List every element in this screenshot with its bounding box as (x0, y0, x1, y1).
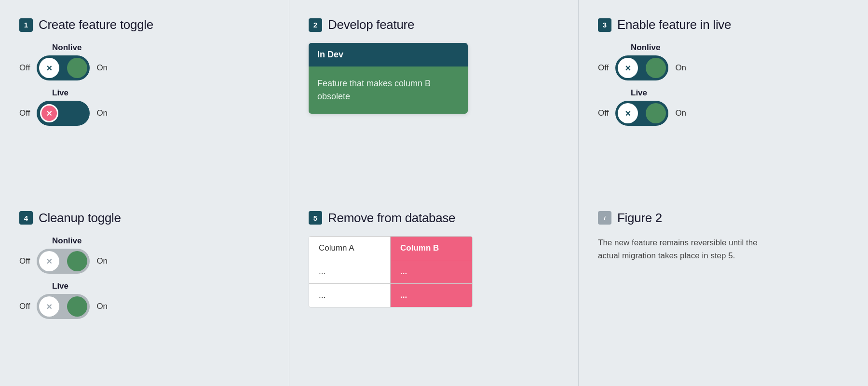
toggle-row-1-1: Off×On (19, 101, 108, 126)
cell-4: 4Cleanup toggleNonliveOff×OnLiveOff×On (0, 193, 289, 386)
toggle-row-4-0: Off×On (19, 249, 108, 274)
on-label: On (96, 302, 108, 311)
toggle-row-3-1: Off×On (598, 101, 686, 126)
x-icon: × (40, 104, 58, 122)
step-badge-3: 3 (598, 18, 611, 32)
cell-3: 3Enable feature in liveNonliveOff×OnLive… (579, 0, 868, 193)
db-data-cell-0-1: ... (391, 260, 472, 283)
x-icon: × (47, 256, 53, 266)
switch-thumb-left-4-0: × (39, 251, 59, 271)
off-label: Off (19, 108, 30, 118)
db-header-cell-1: Column B (391, 237, 472, 260)
switch-thumb-left-3-0: × (618, 58, 638, 78)
db-data-cell-0-0: ... (309, 260, 391, 283)
cell-title-3: Enable feature in live (617, 17, 731, 32)
cell-5: 5Remove from databaseColumn AColumn B...… (289, 193, 579, 386)
cell-2: 2Develop featureIn DevFeature that makes… (289, 0, 579, 193)
switch-thumb-right-3-0 (646, 58, 666, 78)
off-label: Off (19, 302, 30, 311)
off-label: Off (598, 108, 609, 118)
toggle-group-4-1: LiveOff×On (19, 281, 270, 319)
on-label: On (675, 108, 686, 118)
toggle-row-4-1: Off×On (19, 294, 108, 319)
switch-thumb-right-1-0 (67, 58, 87, 78)
x-icon: × (625, 63, 631, 73)
cell-header-4: 4Cleanup toggle (19, 211, 270, 226)
off-label: Off (598, 63, 609, 73)
cell-header-3: 3Enable feature in live (598, 17, 849, 32)
dev-card: In DevFeature that makes column B obsole… (309, 43, 468, 114)
cell-header-6: iFigure 2 (598, 211, 849, 226)
dev-card-header: In Dev (309, 43, 468, 67)
toggle-group-1-1: LiveOff×On (19, 88, 270, 126)
step-badge-5: 5 (309, 211, 322, 225)
cell-title-1: Create feature toggle (39, 17, 153, 32)
switch-track-1-1[interactable]: × (37, 101, 90, 126)
cell-header-1: 1Create feature toggle (19, 17, 270, 32)
on-label: On (675, 63, 686, 73)
cell-title-4: Cleanup toggle (39, 211, 121, 226)
db-data-cell-1-0: ... (309, 284, 391, 307)
switch-thumb-left-3-1: × (618, 103, 638, 123)
toggle-group-1-0: NonliveOff×On (19, 43, 270, 80)
step-badge-4: 4 (19, 211, 33, 225)
step-badge-2: 2 (309, 18, 322, 32)
toggle-row-3-0: Off×On (598, 55, 686, 80)
cell-title-5: Remove from database (328, 211, 455, 226)
toggle-label-3-0: Nonlive (631, 43, 660, 53)
toggle-group-3-0: NonliveOff×On (598, 43, 849, 80)
toggle-label-3-1: Live (631, 88, 647, 98)
toggle-row-1-0: Off×On (19, 55, 108, 80)
switch-track-3-1[interactable]: × (615, 101, 668, 126)
db-header-cell-0: Column A (309, 237, 391, 260)
toggle-section-1: NonliveOff×OnLiveOff×On (19, 43, 270, 126)
db-data-cell-1-1: ... (391, 284, 472, 307)
off-label: Off (19, 256, 30, 266)
cell-title-6: Figure 2 (617, 211, 662, 226)
on-label: On (96, 256, 108, 266)
db-table: Column AColumn B............ (309, 236, 473, 307)
toggle-label-4-1: Live (52, 281, 68, 291)
toggle-section-4: NonliveOff×OnLiveOff×On (19, 236, 270, 319)
switch-thumb-right-4-1 (67, 296, 87, 317)
db-table-row-0: ...... (309, 260, 472, 284)
switch-thumb-right-4-0 (67, 251, 87, 271)
switch-track-3-0[interactable]: × (615, 55, 668, 80)
switch-track-1-0[interactable]: × (37, 55, 90, 80)
cell-header-2: 2Develop feature (309, 17, 559, 32)
x-icon: × (625, 108, 631, 118)
switch-thumb-left-4-1: × (39, 296, 59, 317)
cell-6: iFigure 2The new feature remains reversi… (579, 193, 868, 386)
cell-title-2: Develop feature (328, 17, 414, 32)
cell-header-5: 5Remove from database (309, 211, 559, 226)
step-badge-1: 1 (19, 18, 33, 32)
toggle-group-4-0: NonliveOff×On (19, 236, 270, 274)
toggle-label-1-1: Live (52, 88, 68, 98)
off-label: Off (19, 63, 30, 73)
switch-thumb-right-3-1 (646, 103, 666, 123)
db-table-row-1: ...... (309, 284, 472, 307)
dev-card-body: Feature that makes column B obsolete (309, 67, 468, 114)
switch-thumb-left-1-1: × (39, 103, 59, 123)
db-table-header-row: Column AColumn B (309, 237, 472, 260)
switch-track-4-0[interactable]: × (37, 249, 90, 274)
figure-note: The new feature remains reversible until… (598, 236, 772, 262)
cell-1: 1Create feature toggleNonliveOff×OnLiveO… (0, 0, 289, 193)
on-label: On (96, 63, 108, 73)
switch-track-4-1[interactable]: × (37, 294, 90, 319)
on-label: On (96, 108, 108, 118)
main-grid: 1Create feature toggleNonliveOff×OnLiveO… (0, 0, 868, 386)
toggle-section-3: NonliveOff×OnLiveOff×On (598, 43, 849, 126)
x-icon: × (47, 63, 53, 73)
toggle-group-3-1: LiveOff×On (598, 88, 849, 126)
toggle-label-1-0: Nonlive (52, 43, 81, 53)
x-icon: × (47, 302, 53, 311)
switch-thumb-left-1-0: × (39, 58, 59, 78)
step-badge-6: i (598, 211, 611, 225)
toggle-label-4-0: Nonlive (52, 236, 81, 246)
